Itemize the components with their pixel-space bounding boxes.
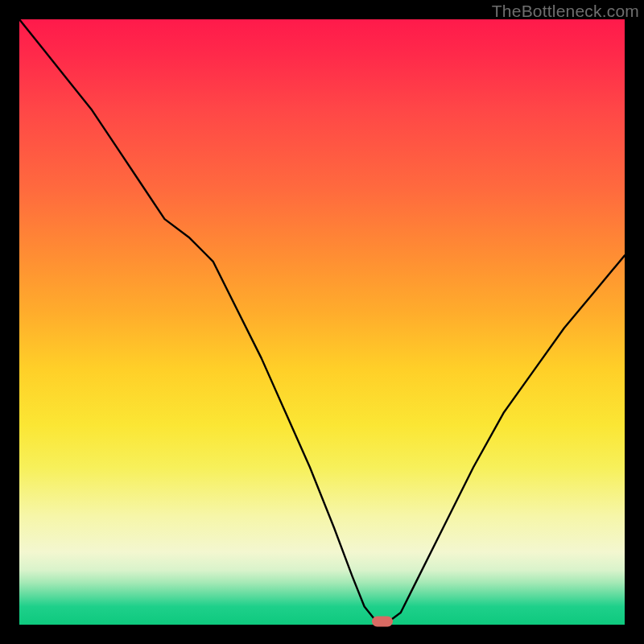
bottleneck-curve: [19, 19, 625, 625]
plot-area: [19, 19, 625, 625]
optimal-marker: [372, 617, 393, 627]
watermark-text: TheBottleneck.com: [492, 2, 639, 21]
chart-frame: TheBottleneck.com: [0, 0, 644, 644]
